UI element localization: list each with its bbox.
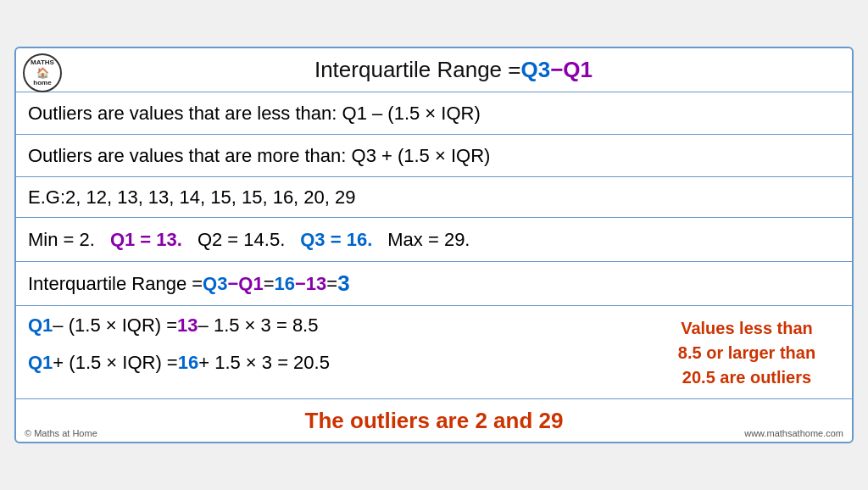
iqr-eq3: = xyxy=(326,273,337,295)
calc-line2-val: 16 xyxy=(178,352,198,374)
iqr-val3: 3 xyxy=(337,270,349,297)
stat-max: Max = 29. xyxy=(387,229,470,251)
title-prefix: Interquartile Range = xyxy=(314,57,521,83)
iqr-text1: Interquartile Range = xyxy=(28,273,203,295)
calc-line2-calc: + 1.5 × 3 = 20.5 xyxy=(198,352,330,374)
calc-line1: Q1 – (1.5 × IQR) = 13 – 1.5 × 3 = 8.5 xyxy=(28,315,654,337)
footer-left: © Maths at Home xyxy=(25,428,97,438)
eg-label: E.G: xyxy=(28,187,65,209)
row-more-than: Outliers are values that are more than: … xyxy=(16,135,852,177)
iqr-eq2: = xyxy=(264,273,275,295)
iqr-q1: Q1 xyxy=(238,273,263,295)
title-row: MATHS 🏠 home Interquartile Range = Q3 − … xyxy=(16,48,852,92)
stat-min: Min = 2. xyxy=(28,229,95,251)
stat-q2: Q2 = 14.5. xyxy=(198,229,285,251)
iqr-q3: Q3 xyxy=(203,273,227,295)
result-row: The outliers are 2 and 29 xyxy=(16,399,852,442)
iqr-val16: 16 xyxy=(275,273,295,295)
title-dash: − xyxy=(550,57,563,83)
iqr-val13: 13 xyxy=(306,273,326,295)
iqr-row: Interquartile Range = Q3 − Q1 = 16 − 13 … xyxy=(16,262,852,306)
stats-row: Min = 2. Q1 = 13. Q2 = 14.5. Q3 = 16. Ma… xyxy=(16,218,852,262)
iqr-dash: − xyxy=(227,273,238,295)
result-text: The outliers are 2 and 29 xyxy=(305,408,564,434)
row2-text: Outliers are values that are more than: … xyxy=(28,145,490,167)
stat-q1: Q1 = 13. xyxy=(110,229,182,251)
logo-home: home xyxy=(33,79,51,87)
note-line3: 20.5 are outliers xyxy=(654,365,840,390)
title-q1: Q1 xyxy=(563,57,593,83)
row1-text: Outliers are values that are less than: … xyxy=(28,103,481,125)
calc-line2: Q1 + (1.5 × IQR) = 16 + 1.5 × 3 = 20.5 xyxy=(28,352,654,374)
iqr-dash2: − xyxy=(295,273,306,295)
note-line1: Values less than xyxy=(654,316,840,341)
calc-line1-calc: – 1.5 × 3 = 8.5 xyxy=(198,315,319,337)
row-less-than: Outliers are values that are less than: … xyxy=(16,92,852,135)
calc-line2-q1: Q1 xyxy=(28,352,53,374)
calc-line2-op: + (1.5 × IQR) = xyxy=(53,352,177,374)
logo-icon: 🏠 xyxy=(36,67,49,79)
calc-row: Q1 – (1.5 × IQR) = 13 – 1.5 × 3 = 8.5 Q1… xyxy=(16,306,852,399)
calc-line1-val: 13 xyxy=(177,315,198,337)
calc-left: Q1 – (1.5 × IQR) = 13 – 1.5 × 3 = 8.5 Q1… xyxy=(28,315,654,374)
note-line2: 8.5 or larger than xyxy=(654,341,840,365)
calc-line1-rest: – (1.5 × IQR) = xyxy=(53,315,177,337)
title-q3: Q3 xyxy=(520,57,550,83)
example-row: E.G: 2, 12, 13, 13, 14, 15, 15, 16, 20, … xyxy=(16,177,852,218)
main-card: MATHS 🏠 home Interquartile Range = Q3 − … xyxy=(14,47,854,443)
stat-q3: Q3 = 16. xyxy=(300,229,372,251)
logo: MATHS 🏠 home xyxy=(23,53,62,92)
logo-maths: MATHS xyxy=(31,58,54,67)
calc-note: Values less than 8.5 or larger than 20.5… xyxy=(654,315,840,390)
calc-line1-q1: Q1 xyxy=(28,315,53,337)
footer-right: www.mathsathome.com xyxy=(744,428,843,438)
eg-values: 2, 12, 13, 13, 14, 15, 15, 16, 20, 29 xyxy=(65,187,356,209)
